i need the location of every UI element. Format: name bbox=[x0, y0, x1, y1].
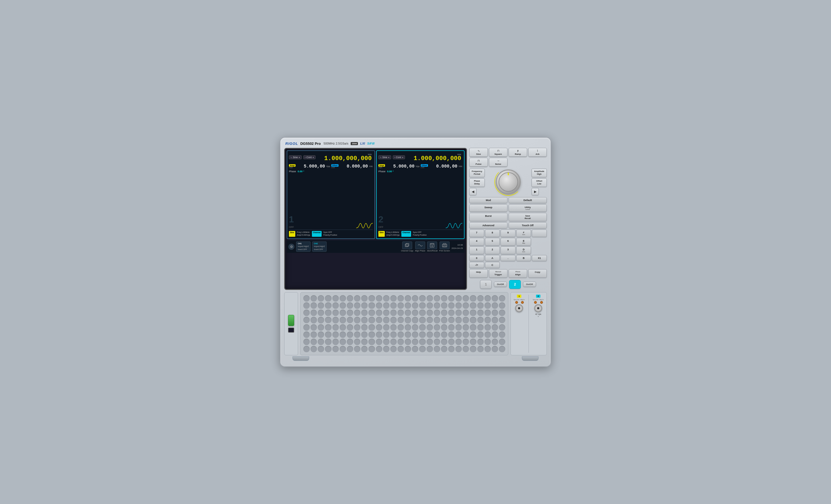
vent-hole bbox=[361, 346, 368, 352]
save-recall-button[interactable]: Save Recall bbox=[509, 213, 547, 221]
ch2-bnc-connector[interactable] bbox=[534, 304, 542, 312]
mod-button[interactable]: Mod bbox=[469, 197, 508, 203]
num-e-mu[interactable]: EM/μ bbox=[516, 238, 531, 246]
num-x1[interactable]: X1 bbox=[532, 255, 547, 261]
num-c[interactable]: C bbox=[485, 262, 500, 268]
offset-low-button[interactable]: Offset Low bbox=[532, 178, 547, 187]
ch2-number: 2 bbox=[378, 214, 383, 225]
vent-hole bbox=[499, 317, 505, 323]
default-button[interactable]: Default bbox=[509, 197, 547, 203]
vent-hole bbox=[376, 324, 382, 331]
vent-hole bbox=[499, 324, 505, 331]
ch2-mod-in-port[interactable] bbox=[540, 301, 543, 304]
ch1-mode-dropdown[interactable]: ≈ Cont ▼ bbox=[303, 155, 315, 159]
vent-hole bbox=[325, 309, 331, 316]
vent-hole bbox=[347, 324, 353, 331]
vent-hole bbox=[383, 324, 390, 331]
ch2-ampl-label[interactable]: Ampl bbox=[378, 164, 385, 167]
ch1-ampl-label[interactable]: Ampl bbox=[289, 164, 295, 167]
num-3[interactable]: 3 bbox=[500, 246, 516, 254]
vent-hole bbox=[485, 346, 491, 352]
ch1-onoff-btn[interactable]: On/Off bbox=[494, 281, 507, 287]
vent-hole bbox=[390, 302, 397, 309]
vent-hole bbox=[448, 339, 455, 345]
print-screen-btn[interactable]: Print Screen bbox=[439, 241, 450, 252]
ch1-bnc-connector[interactable] bbox=[515, 304, 523, 312]
vent-hole bbox=[455, 309, 462, 316]
phase-align-button[interactable]: Phase Align bbox=[509, 269, 527, 278]
noise-button[interactable]: ∼ Noise bbox=[489, 158, 508, 167]
num-default[interactable] bbox=[532, 230, 547, 237]
sweep-button[interactable]: Sweep bbox=[469, 204, 508, 212]
amplitude-high-button[interactable]: Amplitude High bbox=[532, 169, 547, 177]
numpad: 7 8 9 FG/n 4 5 6 EM/μ 1 2 3 Dk/m 0 A . B… bbox=[469, 230, 547, 268]
wave-buttons-row2: ⊓ Pulse ∼ Noise bbox=[469, 158, 547, 167]
vent-hole bbox=[463, 346, 469, 352]
advanced-button[interactable]: Advanced bbox=[469, 223, 508, 229]
num-0[interactable]: 0 bbox=[469, 255, 484, 261]
vent-hole bbox=[347, 346, 353, 352]
num-d-km[interactable]: Dk/m bbox=[516, 246, 531, 254]
num-2[interactable]: 2 bbox=[485, 246, 500, 254]
manual-trigger-button[interactable]: Manual Trigger bbox=[489, 269, 508, 278]
print-screen-icon bbox=[439, 241, 450, 249]
num-a[interactable]: A bbox=[485, 255, 500, 261]
align-phase-btn[interactable]: Align Phase bbox=[415, 241, 425, 252]
ch1-ampl-value: 5.000,00 bbox=[297, 164, 325, 169]
freq-period-button[interactable]: Frequency Period bbox=[469, 169, 485, 177]
vent-hole bbox=[340, 317, 346, 323]
channel-select-row: 1 On/Off 2 On/Off bbox=[469, 279, 547, 290]
nav-right-arrow[interactable]: ▶ bbox=[532, 188, 539, 195]
device-legs bbox=[284, 356, 547, 361]
num-8[interactable]: 8 bbox=[485, 230, 500, 237]
channel-1-panel[interactable]: ∿ Sine ▼ ≈ Cont ▼ kHz 1.000,000,000 bbox=[287, 150, 375, 239]
help-button[interactable]: Help bbox=[469, 269, 488, 278]
knob-area[interactable] bbox=[496, 168, 521, 196]
channel-copy-btn[interactable]: Channel Copy bbox=[401, 241, 413, 252]
pulse-button[interactable]: ⊓ Pulse bbox=[469, 158, 488, 167]
phase-delay-button[interactable]: Phase Delay bbox=[469, 178, 485, 187]
channel-2-panel[interactable]: ∿ Sine ▼ ≈ Cont ▼ kHz 1.000,000,000 bbox=[376, 150, 464, 239]
settings-icon[interactable]: ⚙ bbox=[288, 244, 294, 250]
touch-off-button[interactable]: Touch Off bbox=[509, 223, 547, 229]
ch1-offset-label[interactable]: Offset bbox=[331, 164, 339, 167]
arb-button[interactable]: ⌇ Arb bbox=[528, 148, 547, 157]
num-pm[interactable]: -/+ bbox=[469, 262, 484, 268]
num-4[interactable]: 4 bbox=[469, 238, 484, 246]
nav-left-arrow[interactable]: ◀ bbox=[469, 188, 477, 195]
ramp-button[interactable]: ⮭ Ramp bbox=[509, 148, 527, 157]
ch2-offset-label[interactable]: Offset bbox=[421, 164, 428, 167]
sine-button[interactable]: ∿ Sine bbox=[469, 148, 488, 157]
vent-hole bbox=[405, 295, 411, 302]
store-recall-btn[interactable]: Store/Recall bbox=[427, 241, 437, 252]
ch2-waveform-dropdown[interactable]: ∿ Sine ▼ bbox=[378, 155, 391, 159]
num-7[interactable]: 7 bbox=[469, 230, 484, 237]
power-button[interactable] bbox=[288, 315, 294, 326]
vent-hole bbox=[398, 317, 404, 323]
vent-hole bbox=[347, 317, 353, 323]
num-9[interactable]: 9 bbox=[500, 230, 516, 237]
num-f-gn[interactable]: FG/n bbox=[516, 230, 531, 237]
copy-button[interactable]: Copy bbox=[528, 269, 547, 278]
num-5[interactable]: 5 bbox=[485, 238, 500, 246]
num-6[interactable]: 6 bbox=[500, 238, 516, 246]
utility-button[interactable]: Utility Local bbox=[509, 204, 547, 212]
ch1-mod-in-port[interactable] bbox=[521, 301, 524, 304]
ch2-onoff-btn[interactable]: On/Off bbox=[523, 281, 536, 287]
burst-button[interactable]: Burst bbox=[469, 213, 508, 221]
num-1[interactable]: 1 bbox=[469, 246, 484, 254]
ch1-sync-out-port[interactable] bbox=[515, 301, 518, 304]
ch1-waveform-dropdown[interactable]: ∿ Sine ▼ bbox=[289, 155, 302, 159]
vent-hole bbox=[412, 295, 418, 302]
ch2-mode-dropdown[interactable]: ≈ Cont ▼ bbox=[393, 155, 405, 159]
square-button[interactable]: ⊓ Square bbox=[489, 148, 508, 157]
ch2-sync-out-port[interactable] bbox=[534, 301, 537, 304]
vent-hole bbox=[311, 346, 317, 352]
main-knob[interactable] bbox=[496, 170, 521, 195]
num-dot[interactable]: . bbox=[500, 255, 516, 261]
num-b[interactable]: B bbox=[516, 255, 531, 261]
ch2-waveform-preview bbox=[446, 221, 462, 231]
vent-hole bbox=[303, 331, 310, 338]
ch2-select-btn[interactable]: 2 bbox=[509, 280, 521, 289]
ch1-select-btn[interactable]: 1 bbox=[480, 280, 492, 289]
